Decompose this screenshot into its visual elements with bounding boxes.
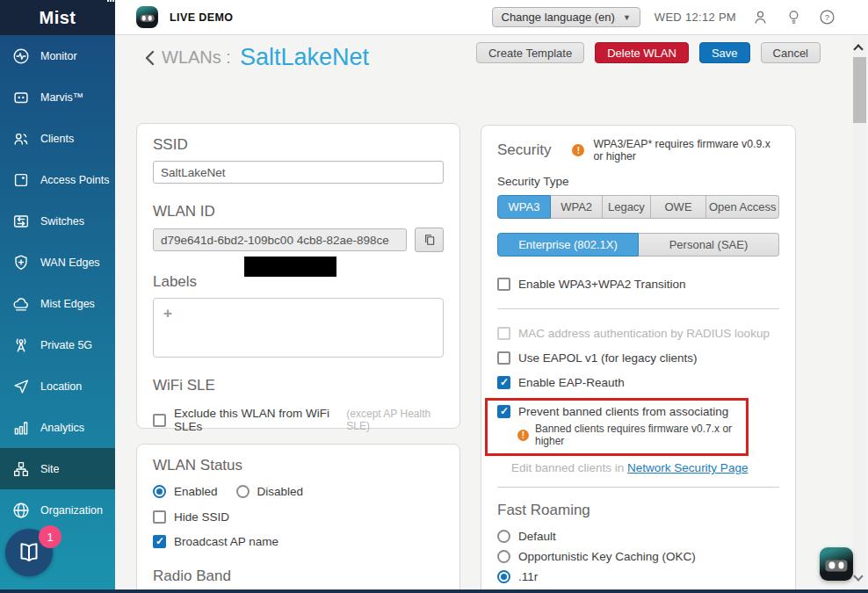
eapol-checkbox[interactable] [497, 351, 510, 365]
eapol-label: Use EAPOL v1 (for legacy clients) [518, 351, 698, 365]
warning-icon: ! [572, 144, 584, 156]
help-icon[interactable]: ? [818, 8, 836, 26]
wpa3-transition-row: Enable WPA3+WPA2 Transition [497, 278, 779, 291]
wan-edges-icon [11, 253, 31, 272]
sidebar-item-marvis[interactable]: Marvis™ [0, 76, 115, 118]
labels-box[interactable]: + [153, 298, 444, 358]
sidebar-item-clients[interactable]: Clients [0, 118, 115, 159]
breadcrumb-section[interactable]: WLANs : [162, 47, 231, 68]
copy-wlan-id-button[interactable] [415, 228, 444, 252]
sidebar: Mist Monitor Marvis™ Clients Access Poin… [0, 0, 115, 593]
disabled-radio[interactable] [236, 485, 250, 498]
sidebar-item-mist-edges[interactable]: Mist Edges [0, 283, 115, 324]
sidebar-item-monitor[interactable]: Monitor [0, 35, 115, 76]
mist-logo-text: Mist [40, 8, 76, 28]
save-button[interactable]: Save [699, 42, 750, 63]
switches-icon [11, 212, 31, 231]
fast-roaming-okc-label: Opportunistic Key Caching (OKC) [518, 550, 696, 563]
back-chevron-icon[interactable] [143, 49, 156, 67]
org-name: LIVE DEMO [170, 11, 233, 24]
wpa3-transition-checkbox[interactable] [497, 278, 510, 291]
sidebar-item-analytics[interactable]: Analytics [0, 407, 115, 448]
radio-band-heading: Radio Band [153, 568, 444, 585]
security-card: Security ! WPA3/EAP* requires firmware v… [481, 125, 796, 593]
wifi-sle-heading: WiFi SLE [153, 377, 444, 394]
sidebar-item-label: Organization [40, 504, 103, 517]
sidebar-item-label: Site [40, 463, 60, 475]
marvis-chat-button[interactable] [820, 547, 853, 581]
mode-personal[interactable]: Personal (SAE) [639, 233, 779, 257]
banned-warning-row: ! Banned clients requires firmware v0.7.… [517, 423, 739, 447]
marvis-bot-icon [136, 6, 158, 28]
whats-new-bulb-icon[interactable] [785, 8, 803, 26]
exclude-wlan-note: (except AP Health SLE) [346, 408, 444, 432]
sidebar-item-access-points[interactable]: Access Points [0, 159, 115, 200]
ssid-input[interactable] [153, 161, 444, 184]
fast-roaming-11r-row: .11r [497, 570, 779, 583]
edit-banned-row: Edit banned clients in Network Security … [511, 461, 779, 474]
security-type-open-access[interactable]: Open Access [706, 195, 779, 219]
divider [497, 308, 779, 309]
copy-icon [423, 233, 437, 247]
delete-wlan-button[interactable]: Delete WLAN [595, 42, 689, 63]
notification-badge[interactable]: 1 [39, 525, 61, 548]
security-mode-segmented: Enterprise (802.1X) Personal (SAE) [497, 233, 779, 257]
analytics-icon [11, 418, 31, 438]
network-security-page-link[interactable]: Network Security Page [627, 461, 748, 474]
cancel-button[interactable]: Cancel [761, 42, 821, 63]
status-radio-group: Enabled Disabled [153, 485, 444, 498]
sidebar-nav: Monitor Marvis™ Clients Access Points Sw… [0, 35, 115, 531]
prevent-banned-checkbox[interactable] [497, 405, 510, 418]
sidebar-item-private-5g[interactable]: Private 5G [0, 324, 115, 365]
edit-banned-prefix: Edit banned clients in [511, 461, 627, 474]
mac-auth-row: MAC address authentication by RADIUS loo… [497, 327, 779, 340]
sidebar-item-switches[interactable]: Switches [0, 200, 115, 242]
enabled-label: Enabled [174, 485, 218, 498]
sidebar-item-wan-edges[interactable]: WAN Edges [0, 242, 115, 283]
hide-ssid-checkbox[interactable] [153, 510, 166, 524]
security-type-wpa3[interactable]: WPA3 [497, 195, 551, 219]
marvis-robot-icon [11, 88, 31, 107]
broadcast-ap-checkbox[interactable] [153, 535, 166, 548]
sidebar-item-label: Mist Edges [40, 298, 95, 310]
book-icon [16, 539, 42, 566]
eap-reauth-checkbox[interactable] [497, 376, 510, 389]
redaction-box [244, 257, 336, 277]
enabled-radio[interactable] [153, 485, 166, 498]
fast-roaming-okc-radio[interactable] [497, 550, 510, 563]
mode-enterprise[interactable]: Enterprise (802.1X) [497, 233, 639, 257]
prevent-banned-row: Prevent banned clients from associating [497, 405, 739, 418]
create-template-button[interactable]: Create Template [476, 42, 584, 63]
mist-logo[interactable]: Mist [0, 0, 115, 35]
sidebar-item-organization[interactable]: Organization [0, 489, 115, 531]
monitor-icon [11, 47, 31, 66]
warning-icon: ! [517, 430, 529, 441]
sidebar-item-site[interactable]: Site [0, 448, 115, 489]
fast-roaming-default-radio[interactable] [497, 530, 510, 543]
prevent-banned-highlight-box: Prevent banned clients from associating … [485, 398, 749, 456]
breadcrumb: WLANs : SaltLakeNet [143, 44, 369, 71]
page-actions: Create Template Delete WLAN Save Cancel [476, 42, 821, 63]
mac-auth-checkbox[interactable] [497, 327, 510, 340]
location-icon [11, 377, 31, 396]
prevent-banned-label: Prevent banned clients from associating [518, 405, 728, 418]
fast-roaming-11r-radio[interactable] [497, 570, 510, 583]
scrollbar-down-arrow[interactable] [855, 573, 864, 582]
firmware-warning-text: WPA3/EAP* requires firmware v0.9.x or hi… [593, 138, 779, 163]
user-account-icon[interactable] [751, 8, 770, 26]
sidebar-item-location[interactable]: Location [0, 365, 115, 407]
mac-auth-label: MAC address authentication by RADIUS loo… [518, 327, 770, 340]
security-type-legacy[interactable]: Legacy [603, 195, 650, 219]
mist-logo-dots-icon [107, 0, 117, 2]
exclude-wlan-checkbox[interactable] [153, 414, 166, 427]
language-dropdown[interactable]: Change language (en) ▼ [492, 7, 640, 27]
site-icon [11, 459, 31, 479]
security-type-wpa2[interactable]: WPA2 [551, 195, 603, 219]
hide-ssid-row: Hide SSID [153, 510, 444, 524]
fast-roaming-default-row: Default [497, 530, 779, 543]
wlan-id-input[interactable] [153, 228, 407, 251]
scrollbar-up-arrow[interactable] [855, 42, 864, 52]
add-label-button[interactable]: + [163, 305, 172, 322]
scrollbar-thumb[interactable] [853, 57, 866, 123]
security-type-owe[interactable]: OWE [651, 195, 707, 219]
